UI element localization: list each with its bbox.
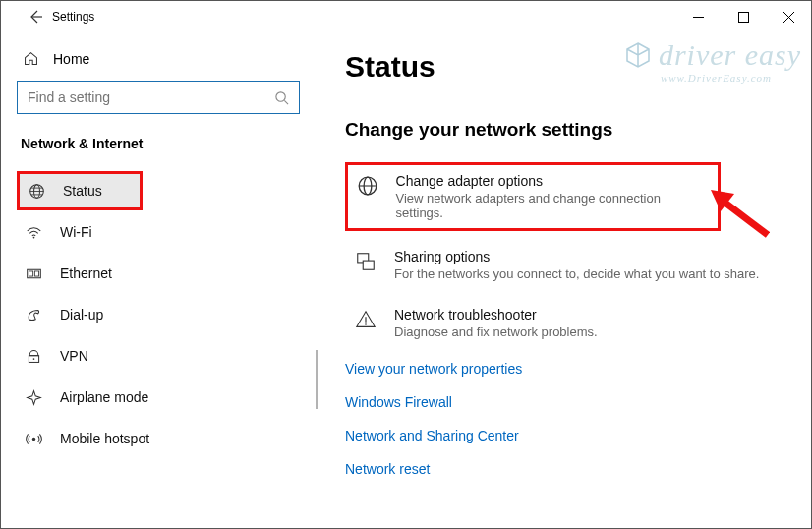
sidebar-item-label: Ethernet [60,265,112,281]
close-icon [783,12,794,23]
cube-icon [623,40,653,70]
sidebar-item-label: VPN [60,348,88,364]
option-desc: Diagnose and fix network problems. [394,324,598,339]
sidebar-item-wifi[interactable]: Wi-Fi [17,212,300,252]
scrollbar-indicator[interactable] [316,350,318,409]
sharing-icon [353,249,378,281]
minimize-button[interactable] [675,1,721,32]
sidebar-item-label: Status [63,183,102,199]
home-icon [23,50,39,67]
hotspot-icon [25,431,42,447]
option-title: Network troubleshooter [394,307,598,323]
sidebar-item-label: Airplane mode [60,389,148,405]
link-view-properties[interactable]: View your network properties [345,361,782,377]
section-heading: Change your network settings [345,119,782,141]
svg-rect-6 [29,270,32,275]
sidebar-item-status[interactable]: Status [17,171,143,210]
home-label: Home [53,51,89,67]
option-title: Sharing options [394,249,759,264]
globe-icon [356,173,380,220]
ethernet-icon [25,265,42,282]
search-field[interactable] [28,89,274,105]
sidebar-item-label: Mobile hotspot [60,431,149,446]
back-button[interactable] [19,9,52,25]
dialup-icon [25,307,42,323]
option-sharing[interactable]: Sharing options For the networks you con… [345,241,782,289]
sidebar-item-home[interactable]: Home [17,42,300,81]
link-network-sharing-center[interactable]: Network and Sharing Center [345,428,782,443]
svg-point-10 [31,437,34,440]
airplane-icon [25,389,42,406]
svg-rect-14 [363,261,374,269]
search-input[interactable] [17,81,300,114]
window-title: Settings [52,10,94,24]
sidebar-item-airplane[interactable]: Airplane mode [17,378,300,417]
vpn-icon [25,348,42,365]
close-button[interactable] [766,1,811,32]
svg-point-15 [365,323,367,325]
sidebar-category: Network & Internet [21,136,300,151]
arrow-left-icon [28,9,43,25]
watermark: driver easy www.DriverEasy.com [623,38,801,84]
sidebar-item-vpn[interactable]: VPN [17,336,300,376]
globe-icon [28,183,45,200]
link-network-reset[interactable]: Network reset [345,461,782,477]
maximize-icon [738,12,749,23]
wifi-icon [25,224,42,241]
svg-point-4 [32,236,34,238]
sidebar-item-dialup[interactable]: Dial-up [17,295,300,334]
option-title: Change adapter options [396,173,694,189]
warning-icon [353,307,378,339]
option-troubleshooter[interactable]: Network troubleshooter Diagnose and fix … [345,299,782,347]
svg-rect-7 [34,270,38,275]
svg-point-1 [276,91,285,100]
option-change-adapter[interactable]: Change adapter options View network adap… [345,162,721,231]
svg-point-9 [32,358,34,360]
option-desc: For the networks you connect to, decide … [394,266,759,281]
sidebar-item-label: Dial-up [60,307,103,323]
annotation-arrow [711,190,770,239]
svg-rect-0 [738,12,748,22]
search-icon [274,90,289,105]
minimize-icon [693,12,704,23]
sidebar-item-hotspot[interactable]: Mobile hotspot [17,419,300,458]
sidebar-item-label: Wi-Fi [60,224,92,240]
sidebar-item-ethernet[interactable]: Ethernet [17,254,300,293]
option-desc: View network adapters and change connect… [396,191,694,220]
maximize-button[interactable] [721,1,766,32]
link-windows-firewall[interactable]: Windows Firewall [345,394,782,410]
